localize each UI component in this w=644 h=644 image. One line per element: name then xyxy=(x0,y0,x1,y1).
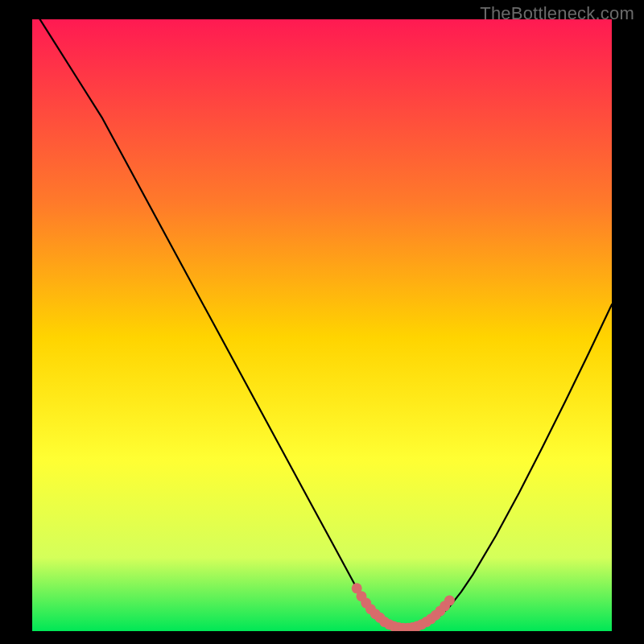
plot-area xyxy=(32,19,612,631)
optimal-marker xyxy=(444,596,455,606)
chart-container: TheBottleneck.com xyxy=(0,0,644,644)
bottleneck-chart xyxy=(32,19,612,631)
gradient-background xyxy=(32,19,612,631)
watermark-text: TheBottleneck.com xyxy=(480,3,634,24)
